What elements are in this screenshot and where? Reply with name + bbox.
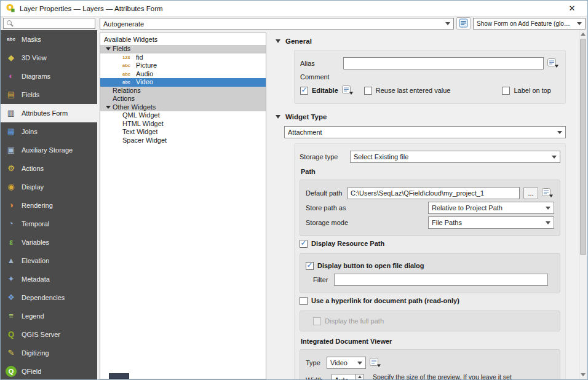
general-section-header[interactable]: General	[276, 36, 566, 46]
filter-input[interactable]	[334, 274, 548, 286]
tree-item-html-widget[interactable]: HTML Widget	[100, 120, 266, 129]
store-path-select[interactable]: Relative to Project Path	[428, 202, 554, 214]
fields-icon: ▤	[6, 89, 17, 100]
scroll-up-icon[interactable]	[579, 30, 587, 38]
sidebar-item-diagrams[interactable]: ◐Diagrams	[1, 67, 97, 85]
legend-icon: ≡	[6, 311, 17, 322]
editable-label: Editable	[312, 87, 338, 94]
general-box: Alias Comment Editable Reuse la	[294, 50, 566, 104]
sidebar-item-qfield[interactable]: QQField	[1, 362, 97, 379]
tree-item-qml-widget[interactable]: QML Widget	[100, 111, 266, 120]
form-toolbar: Autogenerate Show Form on Add Feature (g…	[1, 17, 587, 30]
width-input[interactable]	[332, 374, 355, 379]
titlebar: Layer Properties — Layers — Attributes F…	[1, 1, 587, 17]
tree-item-picture[interactable]: abcPicture	[100, 61, 266, 70]
show-form-select[interactable]: Show Form on Add Feature (global setting…	[473, 18, 586, 30]
sidebar-item-label: Diagrams	[22, 73, 50, 80]
text-field-icon: abc	[122, 70, 136, 79]
storage-mode-label: Storage mode	[306, 219, 348, 226]
scroll-handle[interactable]	[580, 39, 586, 255]
vertical-scrollbar[interactable]	[579, 30, 587, 379]
tree-item-spacer-widget[interactable]: Spacer Widget	[100, 137, 266, 145]
sidebar-item-legend[interactable]: ≡Legend	[1, 307, 97, 325]
data-defined-override-icon[interactable]	[542, 188, 554, 198]
panel-bottom-button[interactable]	[109, 373, 129, 379]
qgis-logo-icon	[6, 3, 15, 14]
storage-type-select[interactable]: Select Existing file	[350, 151, 560, 163]
search-icon	[7, 20, 14, 27]
expander-down-icon[interactable]	[104, 106, 113, 109]
tree-item-text-widget[interactable]: Text Widget	[100, 128, 266, 137]
tree-item-fid[interactable]: 123fid	[100, 53, 266, 62]
editable-checkbox[interactable]	[300, 87, 308, 95]
sidebar-item-label: Digitizing	[22, 349, 49, 357]
form-settings-button[interactable]	[456, 17, 471, 30]
data-defined-override-icon[interactable]	[342, 85, 354, 95]
masks-icon: abc	[6, 34, 17, 45]
sidebar-item-rendering[interactable]: ◑Rendering	[1, 196, 97, 215]
sidebar-item-auxiliary-storage[interactable]: ▣Auxiliary Storage	[1, 141, 97, 159]
full-path-checkbox	[313, 317, 321, 325]
close-button[interactable]: ✕	[562, 1, 582, 16]
tree-item-actions[interactable]: Actions	[100, 95, 266, 103]
sidebar-item-actions[interactable]: ⚙Actions	[1, 159, 97, 178]
tree-item-other-widgets[interactable]: Other Widgets	[100, 103, 266, 112]
filter-label: Filter	[313, 276, 330, 283]
widget-type-section-header[interactable]: Widget Type	[276, 112, 566, 121]
3d-view-icon: ◆	[6, 52, 17, 63]
default-path-input[interactable]	[348, 187, 520, 199]
sidebar-item-label: QGIS Server	[22, 331, 60, 338]
viewer-type-value: Video	[330, 359, 348, 366]
viewer-type-select[interactable]: Video	[327, 357, 366, 369]
dependencies-icon: ❖	[6, 292, 17, 303]
expander-down-icon[interactable]	[104, 47, 113, 50]
tree-item-relations[interactable]: Relations	[100, 87, 266, 95]
tree-item-video[interactable]: abcVideo	[100, 78, 266, 87]
qgis-server-icon: Q	[6, 329, 17, 340]
hyperlink-checkbox[interactable]	[300, 297, 308, 305]
sidebar-item-joins[interactable]: ▦Joins	[1, 122, 97, 141]
sidebar-item-dependencies[interactable]: ❖Dependencies	[1, 288, 97, 307]
storage-mode-row: Storage mode File Paths	[306, 216, 554, 229]
display-resource-path-checkbox[interactable]	[300, 240, 308, 248]
main-area: Available Widgets Fields123fidabcPicture…	[97, 30, 587, 379]
widget-tree: Fields123fidabcPictureabcAudioabcVideoRe…	[100, 45, 266, 144]
search-input[interactable]	[3, 18, 95, 29]
data-defined-override-icon[interactable]	[370, 358, 382, 368]
sidebar-item-digitizing[interactable]: ✎Digitizing	[1, 344, 97, 362]
collapse-arrow-icon	[276, 115, 280, 119]
tree-item-fields[interactable]: Fields	[100, 45, 266, 53]
label-on-top-label: Label on top	[514, 87, 551, 94]
tree-item-audio[interactable]: abcAudio	[100, 70, 266, 79]
width-row: Width	[306, 374, 364, 379]
diagrams-icon: ◐	[6, 71, 17, 82]
integrated-viewer-title: Integrated Document Viewer	[301, 338, 560, 345]
reuse-last-value-checkbox[interactable]	[364, 87, 372, 95]
sidebar-item-3d-view[interactable]: ◆3D View	[1, 49, 97, 67]
form-layout-select[interactable]: Autogenerate	[100, 18, 454, 30]
sidebar-item-metadata[interactable]: ✦Metadata	[1, 270, 97, 288]
spin-up-icon[interactable]	[356, 374, 364, 379]
display-button-checkbox[interactable]	[306, 262, 314, 270]
scroll-down-icon[interactable]	[579, 371, 587, 379]
sidebar-item-label: Joins	[22, 128, 38, 135]
metadata-icon: ✦	[6, 274, 17, 285]
alias-input[interactable]	[343, 57, 544, 69]
sidebar-item-elevation[interactable]: ▲Elevation	[1, 251, 97, 270]
storage-mode-select[interactable]: File Paths	[428, 216, 554, 229]
sidebar-item-variables[interactable]: εVariables	[1, 233, 97, 251]
sidebar-item-masks[interactable]: abcMasks	[1, 30, 97, 49]
width-spinner[interactable]	[332, 374, 364, 379]
label-on-top-checkbox[interactable]	[502, 87, 510, 95]
data-defined-override-icon[interactable]	[547, 58, 560, 68]
tree-item-label: fid	[136, 53, 143, 62]
show-form-value: Show Form on Add Feature (global setting…	[477, 20, 573, 27]
sidebar-item-temporal[interactable]: ◔Temporal	[1, 215, 97, 233]
sidebar-item-display[interactable]: ◉Display	[1, 178, 97, 196]
browse-button[interactable]: ...	[523, 187, 538, 199]
filter-row: Filter	[306, 274, 548, 286]
sidebar-item-qgis-server[interactable]: QQGIS Server	[1, 325, 97, 344]
sidebar-item-attributes-form[interactable]: ▥Attributes Form	[1, 104, 97, 122]
widget-type-select[interactable]: Attachment	[284, 126, 566, 138]
sidebar-item-fields[interactable]: ▤Fields	[1, 85, 97, 104]
